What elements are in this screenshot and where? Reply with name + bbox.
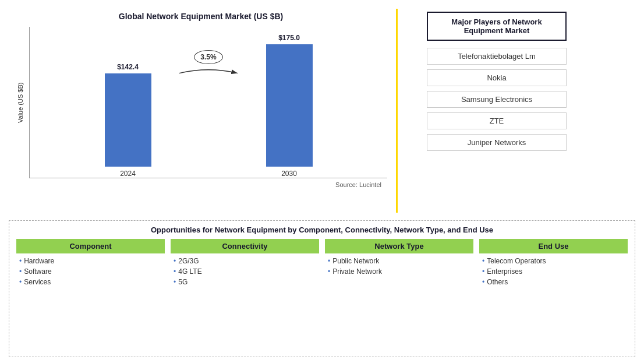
cagr-annotation: 3.5% [174, 50, 243, 77]
chart-inner: Value (US $B) 3.5% [15, 27, 387, 178]
bullet-enterprises: • [482, 267, 484, 276]
category-header-networktype: Network Type [325, 239, 473, 253]
category-items-enduse: •Telecom Operators •Enterprises •Others [479, 257, 628, 286]
category-col-component: Component •Hardware •Software •Services [16, 239, 165, 352]
cagr-bubble: 3.5% [194, 50, 222, 64]
bars-area: 3.5% $ [29, 27, 387, 178]
bar-label-2024: 2024 [120, 170, 136, 178]
opportunities-title: Opportunities for Network Equipment by C… [16, 225, 628, 234]
bullet-hardware: • [19, 257, 22, 265]
category-item-hardware: •Hardware [19, 257, 165, 265]
bar-value-2030: $175.0 [278, 34, 300, 42]
category-items-networktype: •Public Network •Private Network [325, 257, 473, 276]
category-item-2g3g: •2G/3G [174, 257, 319, 265]
player-item-3: ZTE [427, 112, 567, 129]
category-item-others: •Others [482, 278, 628, 286]
category-header-connectivity: Connectivity [171, 239, 319, 253]
category-items-component: •Hardware •Software •Services [16, 257, 165, 286]
right-panel: Major Players of Network Equipment Marke… [401, 6, 593, 216]
bar-group-2024: $142.4 2024 [105, 63, 151, 178]
category-col-networktype: Network Type •Public Network •Private Ne… [325, 239, 473, 352]
cagr-arrow-svg [174, 65, 243, 77]
category-item-privatenetwork: •Private Network [328, 267, 473, 276]
chart-area: Global Network Equipment Market (US $B) … [9, 6, 393, 216]
category-header-enduse: End Use [479, 239, 628, 253]
category-items-connectivity: •2G/3G •4G LTE •5G [171, 257, 319, 286]
category-header-component: Component [16, 239, 165, 253]
bar-2030 [266, 44, 313, 167]
bullet-publicnetwork: • [328, 257, 330, 265]
bullet-2g3g: • [174, 257, 176, 265]
category-col-enduse: End Use •Telecom Operators •Enterprises … [479, 239, 628, 352]
category-item-services: •Services [19, 278, 165, 286]
category-item-5g: •5G [174, 278, 319, 286]
bullet-telecomoperators: • [482, 257, 484, 265]
chart-title: Global Network Equipment Market (US $B) [119, 12, 283, 21]
category-item-enterprises: •Enterprises [482, 267, 628, 276]
chart-plot: 3.5% $ [29, 27, 387, 178]
bullet-software: • [19, 267, 22, 276]
major-players-title: Major Players of Network Equipment Marke… [427, 12, 567, 41]
bullet-services: • [19, 278, 22, 286]
categories-row: Component •Hardware •Software •Services … [16, 239, 628, 352]
y-axis-label: Value (US $B) [15, 27, 26, 178]
category-item-publicnetwork: •Public Network [328, 257, 473, 265]
player-item-1: Nokia [427, 69, 567, 86]
bottom-section: Opportunities for Network Equipment by C… [9, 220, 635, 357]
bar-label-2030: 2030 [281, 170, 297, 178]
vertical-divider [396, 9, 398, 213]
bar-value-2024: $142.4 [117, 63, 139, 71]
player-item-2: Samsung Electronics [427, 91, 567, 108]
top-section: Global Network Equipment Market (US $B) … [9, 6, 635, 216]
bullet-4glte: • [174, 267, 176, 276]
player-item-0: Telefonaktiebolaget Lm [427, 48, 567, 65]
category-item-telecomoperators: •Telecom Operators [482, 257, 628, 265]
bar-2024 [105, 73, 151, 167]
bullet-others: • [482, 278, 484, 286]
category-item-4glte: •4G LTE [174, 267, 319, 276]
bullet-privatenetwork: • [328, 267, 330, 276]
category-item-software: •Software [19, 267, 165, 276]
category-col-connectivity: Connectivity •2G/3G •4G LTE •5G [171, 239, 319, 352]
bar-group-2030: $175.0 2030 [266, 34, 313, 178]
main-container: Global Network Equipment Market (US $B) … [0, 0, 644, 363]
source-text: Source: Lucintel [15, 181, 387, 188]
player-item-4: Juniper Networks [427, 134, 567, 151]
bullet-5g: • [174, 278, 176, 286]
